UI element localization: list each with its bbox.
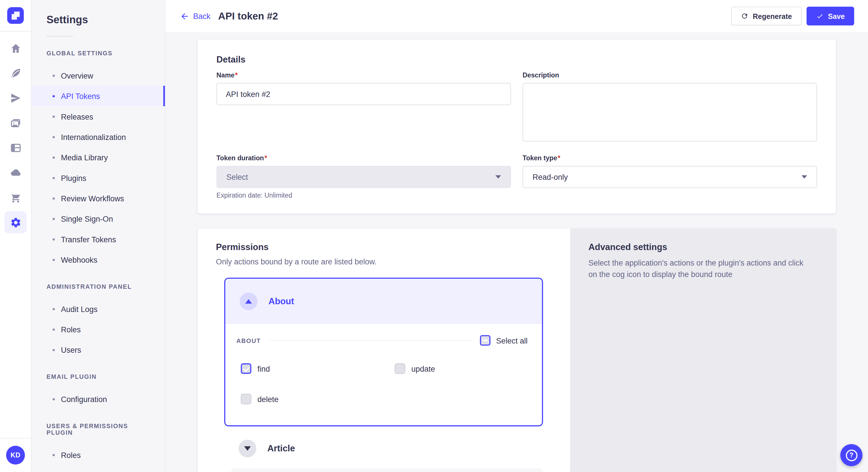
- sidebar-item-label: Audit Logs: [61, 305, 98, 313]
- bullet-icon: [53, 259, 55, 261]
- bullet-icon: [53, 328, 55, 331]
- sidebar-item-transfer-tokens[interactable]: Transfer Tokens: [32, 229, 165, 249]
- sidebar-item-admin-users[interactable]: Users: [32, 339, 165, 360]
- find-checkbox[interactable]: [241, 363, 251, 374]
- permissions-subtitle: Only actions bound by a route are listed…: [216, 257, 570, 266]
- icon-rail: KD: [0, 0, 32, 472]
- sidebar-item-releases[interactable]: Releases: [32, 106, 165, 127]
- token-type-select[interactable]: Read-only: [523, 166, 817, 188]
- strapi-logo-glyph: [11, 11, 20, 20]
- type-field-group: Token type* Read-only: [523, 154, 817, 199]
- token-duration-select[interactable]: Select: [216, 166, 511, 188]
- regenerate-label: Regenerate: [753, 12, 792, 20]
- save-button[interactable]: Save: [806, 7, 854, 26]
- details-card: Details Name* Description Token duration…: [198, 40, 836, 214]
- sidebar-item-up-providers[interactable]: Providers: [32, 465, 165, 472]
- sidebar-item-plugins[interactable]: Plugins: [32, 167, 165, 188]
- bullet-icon: [53, 398, 55, 400]
- sidebar-item-audit-logs[interactable]: Audit Logs: [32, 299, 165, 319]
- required-mark: *: [235, 71, 238, 79]
- bullet-icon: [53, 308, 55, 310]
- sidebar-item-label: Review Workflows: [61, 194, 124, 203]
- delete-label: delete: [257, 395, 279, 403]
- sidebar-item-internationalization[interactable]: Internationalization: [32, 127, 165, 147]
- media-library-pictures-icon[interactable]: [4, 112, 26, 134]
- content-builder-feather-icon[interactable]: [4, 62, 26, 84]
- required-mark: *: [265, 154, 267, 162]
- next-accordion-edge: [231, 468, 543, 472]
- cloud-icon[interactable]: [4, 162, 26, 183]
- sidebar-item-label: Users: [61, 345, 81, 354]
- home-icon[interactable]: [4, 37, 26, 59]
- action-find: find: [241, 363, 395, 374]
- sidebar-item-review-workflows[interactable]: Review Workflows: [32, 188, 165, 208]
- update-checkbox[interactable]: [395, 363, 405, 374]
- bullet-icon: [53, 74, 55, 76]
- settings-sidebar: Settings GLOBAL SETTINGS Overview API To…: [32, 0, 166, 472]
- help-icon: [846, 449, 857, 461]
- marketplace-cart-icon[interactable]: [4, 187, 26, 208]
- releases-paper-plane-icon[interactable]: [4, 87, 26, 109]
- sidebar-item-label: Roles: [61, 450, 81, 460]
- sidebar-item-single-sign-on[interactable]: Single Sign-On: [32, 208, 165, 229]
- bullet-icon: [53, 238, 55, 240]
- permissions-card: Permissions Only actions bound by a rout…: [198, 228, 836, 472]
- select-all-checkbox[interactable]: [480, 335, 491, 346]
- content-manager-layout-icon[interactable]: [4, 136, 26, 159]
- sidebar-item-admin-roles[interactable]: Roles: [32, 319, 165, 339]
- description-label: Description: [523, 71, 817, 79]
- accordion-article-title: Article: [267, 444, 295, 453]
- sidebar-item-label: Single Sign-On: [61, 214, 113, 223]
- advanced-settings-panel: Advanced settings Select the application…: [570, 228, 836, 472]
- action-delete: delete: [241, 394, 395, 404]
- bullet-icon: [53, 217, 55, 220]
- about-section-label: ABOUT: [236, 337, 260, 343]
- sidebar-item-media-library[interactable]: Media Library: [32, 147, 165, 167]
- token-duration-label: Token duration*: [216, 154, 511, 162]
- sidebar-item-webhooks[interactable]: Webhooks: [32, 249, 165, 270]
- chevron-down-icon: [495, 175, 501, 179]
- header-actions: Regenerate Save: [731, 7, 854, 26]
- expand-toggle-button[interactable]: [239, 440, 256, 458]
- page-content: Details Name* Description Token duration…: [166, 32, 868, 472]
- token-type-value: Read-only: [532, 173, 568, 181]
- back-link[interactable]: Back: [180, 11, 210, 21]
- chevron-up-icon: [245, 299, 252, 303]
- strapi-settings-app: KD Settings GLOBAL SETTINGS Overview API…: [0, 0, 868, 472]
- token-type-label: Token type*: [523, 154, 817, 162]
- section-global-settings: GLOBAL SETTINGS: [46, 50, 150, 57]
- regenerate-button[interactable]: Regenerate: [731, 7, 801, 26]
- advanced-settings-description: Select the application's actions or the …: [588, 257, 808, 280]
- select-all-label: Select all: [496, 336, 528, 345]
- sidebar-item-label: Webhooks: [61, 255, 97, 264]
- accordion-article-header[interactable]: Article: [224, 431, 543, 466]
- sidebar-item-api-tokens[interactable]: API Tokens: [32, 86, 165, 106]
- chevron-down-icon: [244, 446, 251, 450]
- description-textarea[interactable]: [523, 83, 817, 141]
- sidebar-item-label: Providers: [61, 471, 94, 472]
- strapi-logo[interactable]: [7, 7, 24, 24]
- sidebar-item-up-roles[interactable]: Roles: [32, 445, 165, 465]
- bullet-icon: [53, 136, 55, 138]
- accordion-about-header[interactable]: About: [225, 279, 542, 324]
- sidebar-item-email-configuration[interactable]: Configuration: [32, 389, 165, 409]
- rail-nav: [4, 37, 26, 233]
- update-label: update: [411, 364, 435, 373]
- collapse-toggle-button[interactable]: [240, 293, 257, 310]
- sidebar-item-overview[interactable]: Overview: [32, 65, 165, 86]
- chevron-down-icon: [802, 175, 807, 179]
- main-area: Back API token #2 Regenerate Save Detail…: [166, 0, 868, 472]
- delete-checkbox[interactable]: [241, 394, 251, 404]
- find-label: find: [257, 364, 270, 373]
- name-label: Name*: [216, 71, 511, 79]
- accordion-about-title: About: [268, 297, 294, 307]
- help-button[interactable]: [840, 444, 863, 466]
- name-input[interactable]: [216, 83, 511, 105]
- section-divider: [270, 340, 472, 341]
- user-avatar[interactable]: KD: [6, 446, 25, 465]
- settings-gear-icon[interactable]: [4, 211, 26, 233]
- back-label: Back: [193, 12, 210, 21]
- sidebar-title: Settings: [46, 13, 165, 26]
- section-email-plugin: EMAIL PLUGIN: [46, 373, 150, 380]
- permissions-heading: Permissions: [216, 242, 570, 252]
